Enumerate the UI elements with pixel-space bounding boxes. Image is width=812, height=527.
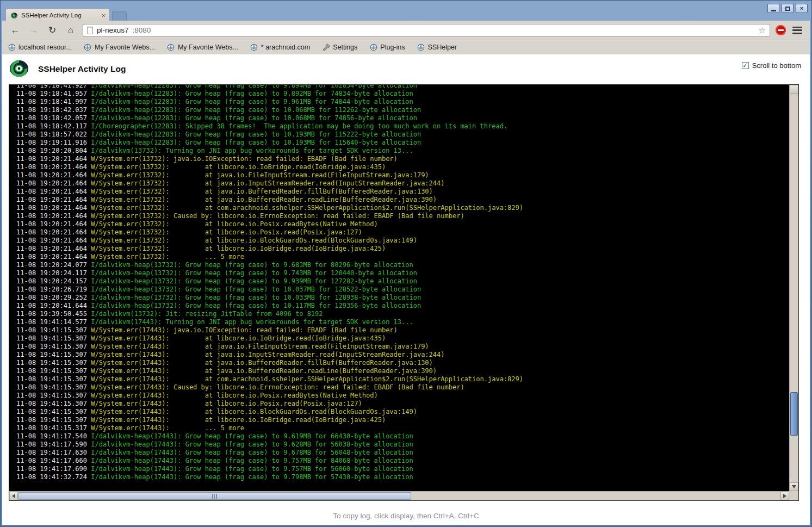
reload-icon: ↻ <box>48 24 56 36</box>
log-line: 11-08 19:41:15.307 W/System.err(17443): … <box>16 343 789 351</box>
scroll-left-button[interactable] <box>9 492 18 500</box>
log-line: 11-08 19:41:14.577 I/dalvikvm(17443): Tu… <box>16 318 789 326</box>
tab-favicon-icon <box>10 11 18 20</box>
scroll-to-bottom-checkbox[interactable]: ✓ <box>742 62 749 69</box>
log-line: 11-08 19:20:21.464 W/System.err(13732): … <box>16 220 789 228</box>
globe-icon <box>250 43 258 51</box>
menu-bar-icon <box>792 29 802 31</box>
home-button[interactable]: ⌂ <box>64 24 77 37</box>
globe-icon <box>8 43 16 51</box>
log-line: 11-08 19:41:17.540 I/dalvikvm-heap(17443… <box>16 432 789 441</box>
log-line: 11-08 19:41:15.307 W/System.err(17443): … <box>16 400 789 408</box>
log-line: 11-08 19:20:21.464 W/System.err(13732): … <box>16 204 789 212</box>
log-line: 11-08 19:20:21.464 W/System.err(13732): … <box>16 179 789 188</box>
scroll-up-button[interactable] <box>790 85 798 94</box>
log-line: 11-08 19:20:21.464 W/System.err(13732): … <box>16 212 789 220</box>
tab-sshelper-activity-log[interactable]: SSHelper Activity Log × <box>5 8 110 22</box>
log-line: 11-08 19:18:57.022 I/dalvikvm-heap(12283… <box>16 131 789 139</box>
bookmark-item[interactable]: My Favorite Webs... <box>167 43 238 51</box>
log-line: 11-08 19:20:21.464 W/System.err(13732): … <box>16 253 789 261</box>
arrow-left-icon <box>12 494 15 498</box>
bookmark-label: Plug-ins <box>380 44 405 51</box>
log-line: 11-08 19:41:15.307 W/System.err(17443): … <box>16 359 789 367</box>
bookmark-label: My Favorite Webs... <box>95 44 155 51</box>
adblock-icon[interactable] <box>776 25 786 35</box>
arrow-right-icon <box>783 494 786 498</box>
tab-title: SSHelper Activity Log <box>21 12 98 18</box>
grip-icon <box>216 494 217 499</box>
grip-icon <box>214 494 215 499</box>
log-line: 11-08 19:41:17.660 I/dalvikvm-heap(17443… <box>16 457 789 465</box>
bookmark-item[interactable]: Settings <box>322 43 357 51</box>
log-line: 11-08 19:20:21.464 W/System.err(13732): … <box>16 171 789 179</box>
log-line: 11-08 19:20:21.464 W/System.err(13732): … <box>16 163 789 171</box>
bookmark-item[interactable]: * arachnoid.com <box>250 43 310 51</box>
wrench-icon <box>322 43 330 51</box>
log-line: 11-08 19:20:24.117 I/dalvikvm-heap(13732… <box>16 269 789 277</box>
log-line: 11-08 19:18:42.057 I/dalvikvm-heap(12283… <box>16 114 789 122</box>
log-line: 11-08 19:18:41.997 I/dalvikvm-heap(12283… <box>16 98 789 106</box>
bookmark-star-icon[interactable]: ☆ <box>759 26 766 35</box>
globe-icon <box>417 43 425 51</box>
close-button[interactable]: × <box>796 4 808 13</box>
page-content: SSHelper Activity Log ✓ Scroll to bottom… <box>2 54 810 525</box>
log-line: 11-08 19:41:15.307 W/System.err(17443): … <box>16 392 789 400</box>
scroll-right-button[interactable] <box>780 492 789 500</box>
browser-chrome: ← → ↻ ⌂ pl-nexus7:8080 ☆ localhost resou… <box>2 21 810 54</box>
background-tab[interactable] <box>112 11 127 22</box>
log-line: 11-08 19:18:41.927 I/dalvikvm-heap(12283… <box>16 85 789 90</box>
tab-close-icon[interactable]: × <box>101 12 106 19</box>
log-line: 11-08 19:41:15.307 W/System.err(17443): … <box>16 408 789 416</box>
log-line: 11-08 19:18:41.957 I/dalvikvm-heap(12283… <box>16 90 789 98</box>
bookmark-label: * arachnoid.com <box>261 44 310 51</box>
globe-icon <box>167 43 175 51</box>
back-button[interactable]: ← <box>9 24 22 37</box>
url-host: pl-nexus7 <box>97 26 129 34</box>
bookmark-item[interactable]: Plug-ins <box>369 43 405 51</box>
bookmark-item[interactable]: My Favorite Webs... <box>84 43 155 51</box>
log-line: 11-08 19:20:24.077 I/dalvikvm-heap(13732… <box>16 261 789 269</box>
globe-icon <box>369 43 377 51</box>
log-line: 11-08 19:20:21.464 W/System.err(13732): … <box>16 188 789 196</box>
log-line: 11-08 19:41:32.724 I/dalvikvm-heap(17443… <box>16 473 789 481</box>
log-line: 11-08 19:20:20.804 I/dalvikvm(13732): Tu… <box>16 147 789 155</box>
log-line: 11-08 19:41:15.307 W/System.err(17443): … <box>16 416 789 424</box>
log-display[interactable]: 11-08 19:18:41.927 I/dalvikvm-heap(12283… <box>9 85 789 491</box>
log-line: 11-08 19:41:15.307 W/System.err(17443): … <box>16 351 789 359</box>
log-line: 11-08 19:18:42.117 I/Choreographer(12283… <box>16 122 789 131</box>
log-line: 11-08 19:41:15.307 W/System.err(17443): … <box>16 334 789 343</box>
log-line: 11-08 19:18:42.037 I/dalvikvm-heap(12283… <box>16 106 789 114</box>
log-panel: 11-08 19:18:41.927 I/dalvikvm-heap(12283… <box>9 84 799 501</box>
log-line: 11-08 19:20:21.464 W/System.err(13732): … <box>16 155 789 163</box>
log-line: 11-08 19:20:21.464 W/System.err(13732): … <box>16 237 789 245</box>
forward-button[interactable]: → <box>27 24 40 37</box>
page-title: SSHelper Activity Log <box>38 64 126 74</box>
log-line: 11-08 19:41:17.690 I/dalvikvm-heap(17443… <box>16 465 789 473</box>
page-icon <box>87 27 93 34</box>
bookmark-item[interactable]: localhost resour... <box>8 43 72 51</box>
scroll-to-bottom-control: ✓ Scroll to bottom <box>742 61 801 70</box>
reload-button[interactable]: ↻ <box>46 24 59 37</box>
vertical-scrollbar-thumb[interactable] <box>790 392 798 436</box>
bookmark-item[interactable]: SSHelper <box>417 43 457 51</box>
menu-bar-icon <box>792 33 802 34</box>
log-line: 11-08 19:41:15.317 W/System.err(17443): … <box>16 424 789 432</box>
menu-button[interactable] <box>791 26 803 35</box>
log-line: 11-08 19:41:17.590 I/dalvikvm-heap(17443… <box>16 441 789 449</box>
horizontal-scrollbar-thumb[interactable] <box>18 492 411 500</box>
vertical-scrollbar[interactable] <box>789 85 798 491</box>
maximize-button[interactable] <box>782 4 794 13</box>
checkmark-icon: ✓ <box>743 63 748 69</box>
globe-icon <box>84 43 92 51</box>
minimize-button[interactable] <box>767 4 779 13</box>
bookmark-label: My Favorite Webs... <box>178 44 238 51</box>
address-bar[interactable]: pl-nexus7:8080 ☆ <box>83 24 770 37</box>
home-icon: ⌂ <box>68 25 73 36</box>
arrow-down-icon <box>792 485 796 488</box>
log-line: 11-08 19:41:17.630 I/dalvikvm-heap(17443… <box>16 449 789 457</box>
horizontal-scrollbar[interactable] <box>9 491 789 500</box>
log-line: 11-08 19:19:11.916 I/dalvikvm-heap(12283… <box>16 139 789 147</box>
log-line: 11-08 19:39:50.455 I/dalvikvm(13732): Ji… <box>16 310 789 318</box>
scroll-down-button[interactable] <box>790 482 798 491</box>
log-line: 11-08 19:20:21.464 W/System.err(13732): … <box>16 228 789 237</box>
